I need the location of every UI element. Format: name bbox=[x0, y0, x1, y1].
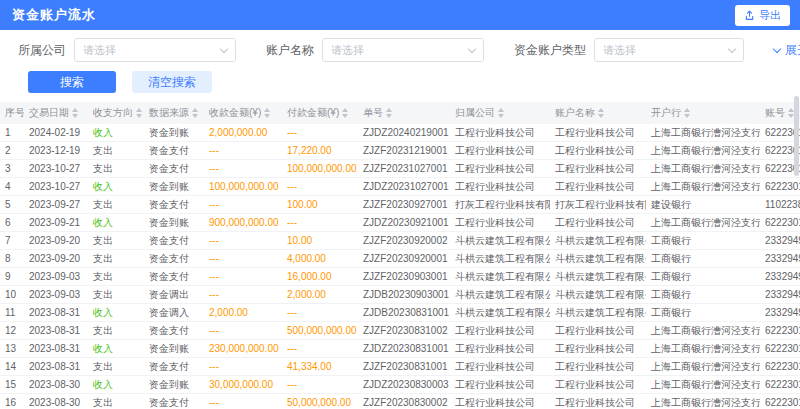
table-row[interactable]: 52023-09-27支出资金支付---100.00ZJZF2023092700… bbox=[0, 196, 800, 214]
cell-amount_out: --- bbox=[282, 376, 358, 394]
cell-amount_in: 2,000.00 bbox=[204, 304, 282, 322]
sort-icon[interactable] bbox=[386, 108, 392, 118]
table-row[interactable]: 142023-08-31支出资金支付---41,334.00ZJZF202308… bbox=[0, 358, 800, 376]
vertical-scrollbar[interactable] bbox=[794, 96, 799, 407]
cell-company: 工程行业科技公司 bbox=[450, 322, 550, 340]
cell-date: 2023-09-27 bbox=[24, 196, 88, 214]
col-direction[interactable]: 收支方向 bbox=[88, 102, 144, 124]
sort-icon[interactable] bbox=[598, 108, 604, 118]
cell-date: 2023-08-31 bbox=[24, 322, 88, 340]
cell-source: 资金支付 bbox=[144, 160, 204, 178]
cell-order_no: ZJDZ20230921001 bbox=[358, 214, 450, 232]
table-row[interactable]: 82023-09-20支出资金支付---4,000.00ZJZF20230920… bbox=[0, 250, 800, 268]
table-row[interactable]: 112023-08-31收入资金调入2,000.00---ZJDB2023083… bbox=[0, 304, 800, 322]
cell-no: 10 bbox=[0, 286, 24, 304]
table-row[interactable]: 162023-08-30支出资金支付---50,000,000.00ZJZF20… bbox=[0, 394, 800, 409]
cell-direction: 收入 bbox=[88, 340, 144, 358]
cell-account_name: 工程行业科技公司 bbox=[550, 340, 646, 358]
table-row[interactable]: 32023-10-27支出资金支付---100,000,000.00ZJZF20… bbox=[0, 160, 800, 178]
cell-order_no: ZJDB20230903001 bbox=[358, 286, 450, 304]
expand-filters-label: 展开筛选 bbox=[785, 42, 800, 59]
sort-icon[interactable] bbox=[684, 108, 690, 118]
cell-company: 工程行业科技公司 bbox=[450, 178, 550, 196]
cell-direction: 支出 bbox=[88, 160, 144, 178]
cell-no: 14 bbox=[0, 358, 24, 376]
cell-amount_in: 2,000,000.00 bbox=[204, 124, 282, 142]
cell-source: 资金到账 bbox=[144, 214, 204, 232]
cell-account_name: 工程行业科技公司 bbox=[550, 160, 646, 178]
cell-order_no: ZJZF20231027001 bbox=[358, 160, 450, 178]
table-row[interactable]: 22023-12-19支出资金支付---17,220.00ZJZF2023121… bbox=[0, 142, 800, 160]
cell-bank: 上海工商银行漕河泾支行 bbox=[646, 340, 760, 358]
cell-account_name: 工程行业科技公司 bbox=[550, 124, 646, 142]
table-row[interactable]: 152023-08-30收入资金到账30,000,000.00---ZJDZ20… bbox=[0, 376, 800, 394]
action-bar: 搜索 清空搜索 bbox=[28, 71, 800, 93]
cell-source: 资金支付 bbox=[144, 268, 204, 286]
column-label: 交易日期 bbox=[29, 107, 69, 118]
cell-amount_out: --- bbox=[282, 124, 358, 142]
cell-amount_in: --- bbox=[204, 322, 282, 340]
cell-order_no: ZJZF20230920002 bbox=[358, 232, 450, 250]
col-account_name[interactable]: 账户名称 bbox=[550, 102, 646, 124]
cell-company: 工程行业科技公司 bbox=[450, 214, 550, 232]
table-row[interactable]: 132023-08-31收入资金到账230,000,000.00---ZJDZ2… bbox=[0, 340, 800, 358]
scrollbar-thumb[interactable] bbox=[794, 96, 799, 176]
sort-icon[interactable] bbox=[192, 108, 198, 118]
col-amount_out[interactable]: 付款金额(¥) bbox=[282, 102, 358, 124]
table-row[interactable]: 62023-09-21收入资金到账900,000,000.00---ZJDZ20… bbox=[0, 214, 800, 232]
cell-date: 2023-10-27 bbox=[24, 178, 88, 196]
column-label: 归属公司 bbox=[455, 107, 495, 118]
cell-direction: 支出 bbox=[88, 196, 144, 214]
col-bank[interactable]: 开户行 bbox=[646, 102, 760, 124]
cell-company: 打灰工程行业科技有限公司 bbox=[450, 196, 550, 214]
cell-source: 资金支付 bbox=[144, 142, 204, 160]
col-date[interactable]: 交易日期 bbox=[24, 102, 88, 124]
col-order_no[interactable]: 单号 bbox=[358, 102, 450, 124]
search-button[interactable]: 搜索 bbox=[28, 71, 116, 93]
cell-company: 斗栱云建筑工程有限公司 bbox=[450, 286, 550, 304]
account-filter-label: 账户名称 bbox=[266, 42, 314, 59]
cell-order_no: ZJDZ20230831001 bbox=[358, 340, 450, 358]
company-select[interactable]: 请选择 bbox=[74, 38, 236, 62]
cell-amount_out: --- bbox=[282, 340, 358, 358]
filter-group-account: 账户名称 请选择 bbox=[266, 38, 484, 62]
sort-icon[interactable] bbox=[136, 108, 142, 118]
table-row[interactable]: 12024-02-19收入资金到账2,000,000.00---ZJDZ2024… bbox=[0, 124, 800, 142]
cell-direction: 收入 bbox=[88, 214, 144, 232]
cell-account_name: 斗栱云建筑工程有限公司 bbox=[550, 304, 646, 322]
cell-no: 7 bbox=[0, 232, 24, 250]
col-company[interactable]: 归属公司 bbox=[450, 102, 550, 124]
cell-account_name: 工程行业科技公司 bbox=[550, 394, 646, 409]
sort-icon[interactable] bbox=[342, 108, 348, 118]
clear-search-button[interactable]: 清空搜索 bbox=[132, 71, 212, 93]
cell-date: 2023-09-21 bbox=[24, 214, 88, 232]
col-amount_in[interactable]: 收款金额(¥) bbox=[204, 102, 282, 124]
account-type-select[interactable]: 请选择 bbox=[594, 38, 744, 62]
company-filter-label: 所属公司 bbox=[18, 42, 66, 59]
expand-filters-link[interactable]: 展开筛选 bbox=[774, 42, 800, 59]
cell-no: 11 bbox=[0, 304, 24, 322]
col-no: 序号 bbox=[0, 102, 24, 124]
table-row[interactable]: 102023-09-03支出资金调出---2,000.00ZJDB2023090… bbox=[0, 286, 800, 304]
cell-company: 工程行业科技公司 bbox=[450, 394, 550, 409]
sort-icon[interactable] bbox=[72, 108, 78, 118]
export-button[interactable]: 导出 bbox=[735, 5, 790, 26]
table-row[interactable]: 122023-08-31支出资金支付---500,000,000.00ZJZF2… bbox=[0, 322, 800, 340]
cell-amount_out: 41,334.00 bbox=[282, 358, 358, 376]
column-label: 开户行 bbox=[651, 107, 681, 118]
cell-amount_in: --- bbox=[204, 196, 282, 214]
sort-icon[interactable] bbox=[498, 108, 504, 118]
filter-bar: 所属公司 请选择 账户名称 请选择 资金账户类型 请选择 展开筛选 bbox=[18, 37, 790, 63]
cell-amount_out: 16,000.00 bbox=[282, 268, 358, 286]
cell-direction: 收入 bbox=[88, 124, 144, 142]
table-row[interactable]: 72023-09-20支出资金支付---10.00ZJZF20230920002… bbox=[0, 232, 800, 250]
table-row[interactable]: 42023-10-27收入资金到账100,000,000.00---ZJDZ20… bbox=[0, 178, 800, 196]
account-type-select-placeholder: 请选择 bbox=[603, 43, 636, 58]
cell-amount_in: 230,000,000.00 bbox=[204, 340, 282, 358]
sort-icon[interactable] bbox=[264, 108, 270, 118]
account-select[interactable]: 请选择 bbox=[322, 38, 484, 62]
table-row[interactable]: 92023-09-03支出资金支付---16,000.00ZJZF2023090… bbox=[0, 268, 800, 286]
col-source[interactable]: 数据来源 bbox=[144, 102, 204, 124]
cell-amount_in: --- bbox=[204, 358, 282, 376]
cell-date: 2023-09-20 bbox=[24, 250, 88, 268]
